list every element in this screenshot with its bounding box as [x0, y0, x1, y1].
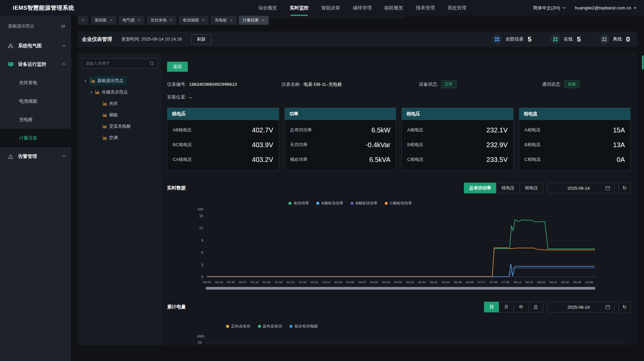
nav-item-overview[interactable]: 综合概览	[258, 0, 277, 16]
legend-item-1[interactable]: A相有功功率	[316, 201, 343, 206]
period-tab-month[interactable]: 月	[499, 302, 514, 312]
tree-node-pv[interactable]: 光伏	[82, 98, 158, 109]
realtime-date-value: 2025-08-14	[552, 186, 605, 191]
svg-text:02:13: 02:13	[286, 280, 294, 284]
close-icon[interactable]: ×	[202, 18, 205, 22]
tab-chip-label: 计量仪表	[243, 17, 259, 23]
page-scrollbar-thumb[interactable]	[642, 55, 644, 69]
tab-chip-electrical-diagram[interactable]: 电气图×	[118, 15, 145, 25]
tree-node-storage[interactable]: 储能	[82, 109, 158, 121]
nav-item-report-management[interactable]: 报表管理	[416, 0, 435, 16]
period-tab-year[interactable]: 年	[514, 302, 529, 312]
caret-down-icon: ▼	[634, 6, 637, 10]
sitemap-icon	[8, 44, 13, 48]
tab-chip-close-all[interactable]: ×	[78, 15, 89, 25]
legend-item-0[interactable]: 正向总有功	[226, 324, 251, 329]
tab-chip-charging-pile[interactable]: 充电桩×	[211, 15, 237, 25]
top-navigation: 综合概览实时监控智能决策碳排管理能耗概览报表管理系统管理	[258, 0, 466, 16]
legend-dot	[385, 202, 388, 205]
realtime-refresh-icon[interactable]: ↻	[619, 183, 631, 193]
language-selector[interactable]: 简体中文(ZH)	[533, 5, 566, 11]
sidebar-item-metering-instruments[interactable]: 计量仪表	[0, 129, 71, 147]
stat-label: 全部仪表	[505, 36, 524, 42]
card-title: 相电压	[402, 108, 513, 120]
svg-text:09:30: 09:30	[561, 280, 569, 284]
realtime-section-header: 实时数据 总有功功率线电压相电压 2025-08-14 ↻	[167, 183, 631, 193]
alert-icon	[8, 154, 13, 159]
sidebar-item-alarm-management[interactable]: 告警管理	[0, 147, 71, 166]
close-icon[interactable]: ×	[230, 18, 233, 22]
card-row-label: C相电压	[407, 157, 423, 163]
svg-text:15: 15	[199, 214, 203, 218]
tree-search-box	[82, 58, 158, 68]
period-tab-day[interactable]: 日	[484, 302, 499, 312]
tab-chip-metering-instruments[interactable]: 计量仪表×	[239, 15, 269, 25]
tree-node-ac-charging-pile[interactable]: 交流充电桩	[82, 121, 158, 132]
meter-no-field: 仪表编号: 1863403660492996610	[167, 80, 281, 88]
sidebar-item-device-monitoring[interactable]: 设备运行监控	[0, 55, 71, 73]
svg-text:06:20: 06:20	[442, 280, 450, 284]
legend-item-3[interactable]: C相有功功率	[385, 201, 412, 206]
tab-chip-pv-generation[interactable]: 光伏发电×	[147, 15, 177, 25]
meter-name-label: 仪表名称:	[281, 81, 301, 87]
tree-caret-icon[interactable]: ▾	[85, 79, 89, 83]
nav-item-system-management[interactable]: 系统管理	[447, 0, 466, 16]
legend-label: 有功功率	[293, 201, 309, 206]
metric-tab-phase-voltage[interactable]: 相电压	[520, 183, 543, 193]
close-icon[interactable]: ×	[110, 18, 113, 22]
user-menu[interactable]: huanglei2@topband.com.cn ▼	[575, 5, 637, 10]
back-button[interactable]: 返回	[167, 62, 188, 72]
chevron-down-icon	[62, 45, 66, 47]
tick-25-label: 25	[167, 341, 202, 345]
close-icon[interactable]: ×	[82, 18, 85, 22]
measurement-cards: 线电压AB线电压402.7VBC线电压403.9VCA线电压403.2V功率总有…	[167, 108, 631, 171]
nav-item-smart-decision[interactable]: 智能决策	[321, 0, 340, 16]
tree-node-new-energy-demo-site[interactable]: ▾新能源示范点	[82, 75, 158, 86]
sidebar-item-system-electrical-diagram[interactable]: 系统电气图	[0, 37, 71, 55]
legend-dot	[289, 325, 292, 328]
metric-tab-total-active-power[interactable]: 总有功功率	[464, 183, 496, 193]
legend-item-0[interactable]: 有功功率	[288, 201, 309, 206]
svg-text:06:58: 06:58	[466, 280, 474, 284]
sidebar-item-label: 告警管理	[18, 154, 37, 160]
svg-text:06:01: 06:01	[430, 280, 438, 284]
search-input[interactable]	[86, 61, 147, 66]
nav-item-carbon-management[interactable]: 碳排管理	[353, 0, 372, 16]
stat-all-meters: 全部仪表5	[492, 34, 532, 44]
nav-item-realtime-monitoring[interactable]: 实时监控	[290, 0, 309, 16]
tree-node-pv-storage-charging-site[interactable]: ▾光储充示范点	[82, 86, 158, 98]
kwh-label: kWh	[167, 334, 205, 338]
stat-online: 在线5	[550, 34, 581, 44]
tab-chip-system-diagram[interactable]: 系统图×	[91, 15, 117, 25]
close-icon[interactable]: ×	[138, 18, 141, 22]
cumulative-refresh-icon[interactable]: ↻	[619, 302, 631, 312]
legend-item-2[interactable]: B相有功功率	[351, 201, 377, 206]
realtime-date-picker[interactable]: 2025-08-14	[547, 183, 614, 193]
sidebar-item-battery-storage[interactable]: 电池储能	[0, 92, 71, 110]
device-status-field: 设备状态: 正常	[419, 80, 542, 88]
svg-text:08:33: 08:33	[525, 280, 533, 284]
cumulative-date-picker[interactable]: 2025-08-14	[547, 302, 614, 312]
nav-item-energy-overview[interactable]: 能耗概览	[384, 0, 403, 16]
refresh-button[interactable]: 刷新	[191, 34, 211, 44]
period-tab-total[interactable]: 总	[528, 302, 543, 312]
user-email: huanglei2@topband.com.cn	[575, 5, 631, 10]
legend-item-2[interactable]: 组合有功电能	[289, 324, 318, 329]
tree-caret-icon[interactable]: ▾	[91, 91, 95, 94]
sidebar-item-pv-generation[interactable]: 光伏发电	[0, 73, 71, 92]
close-icon[interactable]: ×	[170, 18, 173, 22]
svg-text:10:08: 10:08	[585, 280, 593, 284]
chart-zoom-slider[interactable]	[206, 287, 595, 290]
metric-tab-line-voltage[interactable]: 线电压	[496, 183, 520, 193]
sidebar-item-charging-pile[interactable]: 充电桩	[0, 110, 71, 129]
card-row-label: 无功功率	[290, 142, 308, 148]
main-area: 若要退出全屏，请将鼠标移动到屏幕顶部或长按 Esc 实时监控 > 计量仪表 ×系…	[71, 0, 644, 345]
swap-icon[interactable]: ⇄	[61, 23, 65, 29]
search-icon[interactable]	[150, 61, 154, 66]
legend-item-1[interactable]: 反向总有功	[258, 324, 282, 329]
svg-text:09:49: 09:49	[573, 280, 581, 284]
tab-chip-battery-storage[interactable]: 电池储能×	[178, 15, 209, 25]
svg-text:12: 12	[199, 226, 203, 230]
tree-node-air-conditioner[interactable]: 空调	[82, 132, 158, 143]
close-icon[interactable]: ×	[262, 18, 265, 22]
